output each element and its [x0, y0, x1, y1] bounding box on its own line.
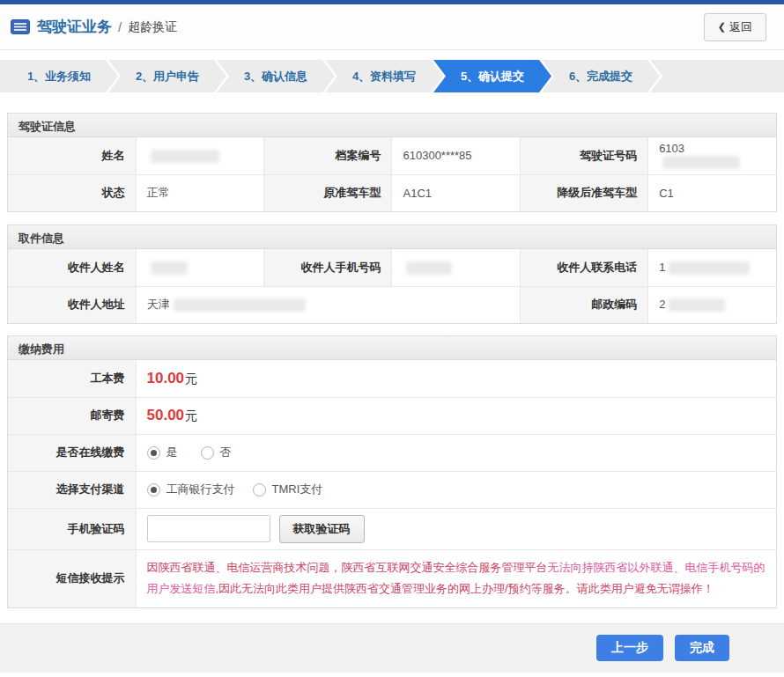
file-number-value: 610300****85 — [392, 137, 520, 174]
radio-unchecked-icon[interactable] — [201, 446, 214, 460]
get-code-button[interactable]: 获取验证码 — [279, 515, 365, 543]
license-section-title: 驾驶证信息 — [8, 114, 776, 137]
back-button-label: 返回 — [729, 19, 752, 35]
sms-notice-text: 因陕西省联通、电信运营商技术问题，陕西省互联网交通安全综合服务管理平台无法向持陕… — [136, 549, 776, 607]
redacted-value — [662, 156, 740, 169]
step-6-complete[interactable]: 6、完成提交 — [542, 60, 660, 92]
payment-channel-label: 选择支付渠道 — [8, 471, 136, 508]
postal-code-value: 2 — [648, 286, 776, 323]
page-title: 驾驶证业务 — [37, 17, 112, 37]
chevron-left-icon: ❮ — [718, 21, 726, 33]
radio-checked-icon[interactable] — [147, 446, 160, 460]
sms-notice-label: 短信接收提示 — [8, 549, 136, 607]
channel-icbc-option[interactable]: 工商银行支付 — [147, 482, 235, 497]
table-row: 邮寄费 50.00元 — [8, 397, 776, 434]
breadcrumb-separator: / — [118, 19, 122, 34]
online-payment-label: 是否在线缴费 — [8, 434, 136, 471]
online-no-option[interactable]: 否 — [201, 445, 232, 460]
postage-fee-amount: 50.00 — [147, 407, 185, 423]
recipient-mobile-label: 收件人手机号码 — [264, 249, 392, 286]
table-row: 姓名 档案编号 610300****85 驾驶证号码 6103 — [8, 137, 776, 174]
page-header: 驾驶证业务 / 超龄换证 ❮ 返回 — [0, 4, 784, 50]
license-info-table: 姓名 档案编号 610300****85 驾驶证号码 6103 状态 正常 原准… — [8, 137, 776, 211]
footer-action-bar: 上一步 完成 — [0, 623, 784, 673]
downgraded-class-label: 降级后准驾车型 — [520, 174, 647, 211]
step-2-declaration[interactable]: 2、用户申告 — [108, 60, 226, 92]
cost-fee-value: 10.00元 — [136, 360, 776, 397]
redacted-value — [151, 150, 219, 163]
pickup-section-title: 取件信息 — [8, 225, 776, 249]
step-4-fill-data[interactable]: 4、资料填写 — [325, 60, 443, 92]
postage-fee-unit: 元 — [185, 408, 197, 423]
table-row: 手机验证码 获取验证码 — [8, 508, 776, 549]
redacted-value — [669, 261, 750, 275]
finish-button[interactable]: 完成 — [675, 635, 729, 661]
previous-step-button[interactable]: 上一步 — [596, 635, 663, 661]
channel-icbc-label: 工商银行支付 — [166, 482, 235, 497]
table-row: 是否在线缴费 是 否 — [8, 434, 776, 471]
fees-section: 缴纳费用 工本费 10.00元 邮寄费 50.00元 是否在线缴费 — [7, 335, 777, 608]
postal-code-label: 邮政编码 — [520, 286, 647, 323]
license-info-section: 驾驶证信息 姓名 档案编号 610300****85 驾驶证号码 6103 状态… — [7, 113, 777, 212]
downgraded-class-value: C1 — [648, 174, 776, 211]
step-nav-filler — [650, 60, 784, 92]
table-row: 状态 正常 原准驾车型 A1C1 降级后准驾车型 C1 — [8, 174, 776, 211]
notice-text-part1: 因陕西省联通、电信运营商技术问题，陕西省互联网交通安全综合服务管理平台 — [147, 561, 548, 574]
recipient-address-value: 天津 — [136, 286, 520, 323]
recipient-name-value — [136, 249, 263, 286]
status-value: 正常 — [136, 174, 263, 211]
table-row: 工本费 10.00元 — [8, 360, 776, 397]
table-row: 选择支付渠道 工商银行支付 TMRI支付 — [8, 471, 776, 508]
pickup-info-section: 取件信息 收件人姓名 收件人手机号码 收件人联系电话 1 收件人地址 天津 邮政… — [7, 224, 777, 324]
step-1-notice[interactable]: 1、业务须知 — [0, 60, 118, 92]
back-button[interactable]: ❮ 返回 — [704, 13, 766, 41]
step-5-confirm-submit[interactable]: 5、确认提交 — [433, 60, 551, 92]
sms-code-input[interactable] — [147, 515, 270, 542]
redacted-value — [174, 298, 306, 312]
name-label: 姓名 — [8, 137, 136, 174]
breadcrumb-current: 超龄换证 — [128, 19, 177, 35]
postage-fee-label: 邮寄费 — [8, 397, 136, 434]
fees-section-title: 缴纳费用 — [8, 336, 776, 360]
license-number-label: 驾驶证号码 — [520, 137, 647, 174]
radio-checked-icon[interactable] — [147, 483, 160, 497]
step-navigation: 1、业务须知 2、用户申告 3、确认信息 4、资料填写 5、确认提交 6、完成提… — [0, 60, 784, 92]
redacted-value — [669, 298, 725, 312]
table-row: 收件人姓名 收件人手机号码 收件人联系电话 1 — [8, 249, 776, 286]
step-3-confirm-info[interactable]: 3、确认信息 — [217, 60, 335, 92]
online-yes-option[interactable]: 是 — [147, 445, 178, 460]
recipient-address-label: 收件人地址 — [8, 286, 136, 323]
online-no-label: 否 — [220, 445, 232, 460]
redacted-value — [151, 261, 188, 275]
notice-text-part3: ,因此无法向此类用户提供陕西省交通管理业务的网上办理/预约等服务。请此类用户避免… — [216, 582, 714, 595]
license-number-value: 6103 — [648, 137, 776, 174]
sms-code-field: 获取验证码 — [136, 508, 776, 549]
postage-fee-value: 50.00元 — [136, 397, 776, 434]
list-icon — [11, 19, 30, 34]
channel-tmri-label: TMRI支付 — [272, 482, 323, 497]
fees-table: 工本费 10.00元 邮寄费 50.00元 是否在线缴费 是 — [8, 360, 776, 607]
original-class-label: 原准驾车型 — [264, 174, 392, 211]
cost-fee-amount: 10.00 — [147, 370, 185, 386]
recipient-phone-value: 1 — [648, 249, 776, 286]
channel-tmri-option[interactable]: TMRI支付 — [253, 482, 323, 497]
original-class-value: A1C1 — [392, 174, 520, 211]
pickup-info-table: 收件人姓名 收件人手机号码 收件人联系电话 1 收件人地址 天津 邮政编码 2 — [8, 249, 776, 323]
page: 驾驶证业务 / 超龄换证 ❮ 返回 1、业务须知 2、用户申告 3、确认信息 4… — [0, 0, 784, 677]
redacted-value — [406, 261, 452, 275]
recipient-phone-label: 收件人联系电话 — [520, 249, 647, 286]
sms-code-label: 手机验证码 — [8, 508, 136, 549]
cost-fee-label: 工本费 — [8, 360, 136, 397]
name-value — [136, 137, 263, 174]
file-number-label: 档案编号 — [264, 137, 392, 174]
status-label: 状态 — [8, 174, 136, 211]
recipient-mobile-value — [392, 249, 520, 286]
recipient-name-label: 收件人姓名 — [8, 249, 136, 286]
table-row: 短信接收提示 因陕西省联通、电信运营商技术问题，陕西省互联网交通安全综合服务管理… — [8, 549, 776, 607]
radio-unchecked-icon[interactable] — [253, 483, 266, 497]
online-payment-options: 是 否 — [136, 434, 776, 471]
table-row: 收件人地址 天津 邮政编码 2 — [8, 286, 776, 323]
cost-fee-unit: 元 — [185, 372, 197, 386]
online-yes-label: 是 — [166, 445, 178, 460]
payment-channel-options: 工商银行支付 TMRI支付 — [136, 471, 776, 508]
